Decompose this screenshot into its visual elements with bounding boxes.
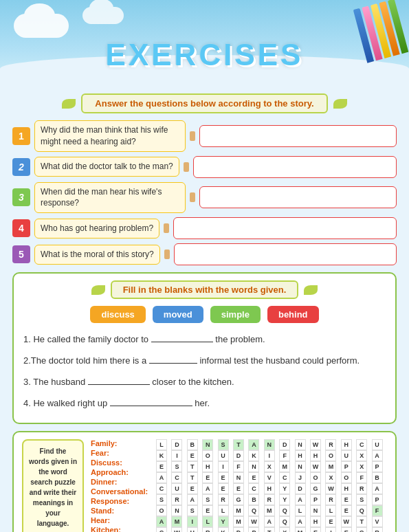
ws-cell: O	[341, 472, 352, 483]
ws-cell: Q	[279, 516, 290, 527]
word-btn-simple[interactable]: simple	[210, 306, 261, 323]
q-answer-2[interactable]	[193, 156, 397, 178]
ws-cell: P	[341, 461, 352, 472]
ws-cell: M	[279, 461, 290, 472]
ws-cell: S	[187, 505, 198, 516]
blank-2[interactable]	[149, 353, 197, 364]
ws-cell: Q	[279, 505, 290, 516]
q-answer-4[interactable]	[173, 217, 397, 239]
ws-cell: A	[264, 516, 275, 527]
ws-cell: S	[202, 494, 213, 505]
ws-cell: L	[202, 516, 213, 527]
ws-cell: E	[325, 516, 336, 527]
ws-cell: W	[325, 483, 336, 494]
q-connector-5	[164, 250, 170, 259]
ws-cell: I	[325, 527, 336, 532]
ws-cell: N	[202, 439, 213, 450]
ws-cell: X	[264, 461, 275, 472]
ws-cell: T	[187, 472, 198, 483]
q-number-3: 3	[12, 188, 30, 206]
cloud-decoration-1	[14, 14, 69, 38]
ws-cell: D	[171, 439, 182, 450]
ws-cell: R	[372, 527, 383, 532]
ws-cell: D	[233, 450, 244, 461]
ws-cell: G	[233, 494, 244, 505]
fill-section: Fill in the blanks with the words given.…	[12, 272, 397, 424]
question-row-5: 5 What is the moral of this story?	[12, 243, 397, 265]
blank-3[interactable]	[88, 374, 150, 385]
leaf-icon-right	[333, 99, 347, 109]
word-btn-discuss[interactable]: discuss	[90, 306, 145, 323]
ws-cell: F	[233, 461, 244, 472]
ws-cell: W	[310, 461, 321, 472]
ws-cell: E	[202, 472, 213, 483]
ws-cell: W	[341, 516, 352, 527]
q-connector-3	[190, 192, 195, 202]
ws-cell: W	[310, 439, 321, 450]
ws-cell: U	[218, 450, 229, 461]
word-hear: Hear:	[91, 516, 149, 524]
ws-cell: S	[218, 439, 229, 450]
ws-cell: N	[233, 472, 244, 483]
q-text-3: When did the man hear his wife's respons…	[34, 182, 186, 214]
q-answer-1[interactable]	[199, 125, 397, 147]
ws-cell: F	[372, 505, 383, 516]
ws-cell: H	[187, 527, 198, 532]
ws-cell: R	[264, 494, 275, 505]
fill-leaf-right	[304, 285, 318, 295]
word-btn-behind[interactable]: behind	[267, 306, 319, 323]
ws-cell: E	[341, 527, 352, 532]
ws-cell: I	[171, 450, 182, 461]
q-text-5: What is the moral of this story?	[34, 245, 160, 265]
ws-cell: H	[264, 483, 275, 494]
ws-cell: M	[264, 505, 275, 516]
ws-cell: M	[295, 527, 306, 532]
ws-cell: T	[233, 439, 244, 450]
ws-cell: D	[279, 439, 290, 450]
q-text-2: What did the doctor talk to the man?	[34, 157, 179, 177]
section1-title: Answer the questions below according to …	[81, 93, 327, 113]
ws-cell: V	[264, 472, 275, 483]
ws-cell: G	[356, 527, 367, 532]
ws-cell: B	[372, 472, 383, 483]
ws-cell: M	[325, 461, 336, 472]
q-number-4: 4	[12, 219, 30, 237]
ws-cell: C	[356, 439, 367, 450]
ws-cell: X	[279, 527, 290, 532]
ws-cell: O	[325, 450, 336, 461]
page-title: EXERCISES	[106, 38, 304, 72]
blank-1[interactable]	[151, 331, 213, 342]
ws-cell: H	[341, 439, 352, 450]
word-list: Family: Fear: Discuss: Approach: Dinner:…	[91, 439, 149, 532]
ws-cell: A	[372, 483, 383, 494]
ws-cell: N	[171, 505, 182, 516]
fill-sentence-3: 3. The husband closer to the kitchen.	[23, 374, 386, 390]
ws-cell: Y	[279, 483, 290, 494]
ws-cell: T	[264, 527, 275, 532]
ws-cell: H	[310, 516, 321, 527]
ws-cell: K	[248, 450, 259, 461]
ws-cell: V	[372, 516, 383, 527]
ws-cell: O	[310, 472, 321, 483]
ws-cell: W	[248, 516, 259, 527]
ws-cell: D	[295, 483, 306, 494]
word-conversational: Conversational:	[91, 487, 149, 496]
ws-cell: N	[310, 505, 321, 516]
word-btn-moved[interactable]: moved	[153, 306, 203, 323]
word-family: Family:	[91, 439, 149, 447]
q-answer-5[interactable]	[174, 243, 397, 265]
ws-cell: E	[341, 494, 352, 505]
ws-cell: R	[325, 439, 336, 450]
ws-cell: F	[356, 472, 367, 483]
q-text-4: Who has got hearing problem?	[34, 219, 159, 239]
ws-cell: E	[218, 483, 229, 494]
wordsearch-grid-container: LDBNSTANDNWRHCUKIEOUDKIFHHOUXAESTHIFNXMN…	[156, 439, 387, 532]
ws-cell: S	[356, 494, 367, 505]
ws-cell: L	[325, 505, 336, 516]
ws-cell: E	[341, 505, 352, 516]
ws-cell: N	[295, 461, 306, 472]
ws-cell: C	[171, 472, 182, 483]
q-answer-3[interactable]	[199, 186, 397, 208]
ws-cell: A	[187, 494, 198, 505]
blank-4[interactable]	[110, 395, 192, 406]
